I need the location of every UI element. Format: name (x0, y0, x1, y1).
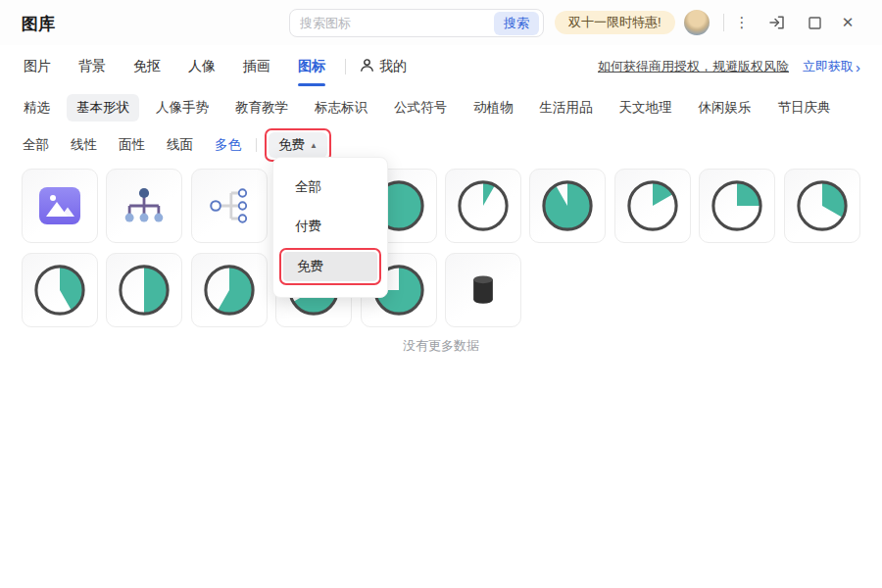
filter-线面[interactable]: 线面 (160, 132, 200, 158)
icon-card[interactable] (445, 253, 521, 327)
icon-card[interactable] (614, 169, 691, 243)
price-filter-label: 免费 (278, 136, 305, 154)
dropdown-item-免费[interactable]: 免费 (283, 252, 377, 281)
category-教育教学[interactable]: 教育教学 (225, 94, 298, 122)
category-人像手势[interactable]: 人像手势 (146, 94, 219, 122)
nav-tab-图标[interactable]: 图标 (296, 54, 327, 79)
pie-chart-icon (796, 179, 849, 232)
nav-tab-人像[interactable]: 人像 (186, 54, 218, 79)
icon-card[interactable] (529, 169, 606, 243)
pie-chart-icon (33, 264, 86, 317)
icon-card[interactable] (22, 253, 98, 327)
category-生活用品[interactable]: 生活用品 (530, 94, 603, 122)
nav-row: 图片背景免抠人像插画图标 我的 如何获得商用授权，规避版权风险 立即获取 › (0, 45, 882, 88)
icon-card[interactable] (191, 169, 268, 243)
category-公式符号[interactable]: 公式符号 (384, 94, 457, 122)
icon-card[interactable] (191, 253, 268, 327)
sign-in-icon[interactable] (764, 10, 790, 35)
category-休闲娱乐[interactable]: 休闲娱乐 (689, 94, 761, 122)
chevron-right-icon: › (856, 60, 860, 74)
category-节日庆典[interactable]: 节日庆典 (768, 94, 841, 122)
category-动植物[interactable]: 动植物 (464, 94, 523, 122)
pie-chart-icon (203, 264, 256, 317)
filter-线性[interactable]: 线性 (64, 132, 104, 158)
icon-card[interactable] (22, 169, 98, 243)
mind-map-icon (204, 180, 255, 231)
kebab-menu-icon[interactable]: ⋮ (729, 10, 755, 35)
person-icon (360, 58, 374, 75)
image-picture-icon (38, 186, 81, 225)
search-input[interactable] (290, 16, 494, 30)
pie-chart-icon (118, 264, 171, 317)
annotation-box-dropdown-selected: 免费 (279, 248, 381, 285)
tab-my[interactable]: 我的 (360, 58, 407, 75)
titlebar: 图库 搜索 双十一限时特惠! ⋮ ✕ (0, 0, 882, 45)
category-天文地理[interactable]: 天文地理 (610, 94, 682, 122)
close-icon[interactable]: ✕ (835, 10, 860, 35)
category-标志标识[interactable]: 标志标识 (305, 94, 377, 122)
nav-tab-免抠[interactable]: 免抠 (131, 54, 163, 79)
titlebar-divider (723, 14, 724, 31)
icon-grid (22, 169, 860, 327)
nav-divider (345, 59, 346, 74)
license-link[interactable]: 如何获得商用授权，规避版权风险 (598, 58, 789, 75)
gallery-window: 图库 搜索 双十一限时特惠! ⋮ ✕ 图片背景免抠人像插画图标 (0, 0, 882, 588)
nav-tab-图片[interactable]: 图片 (22, 54, 53, 79)
caret-up-icon: ▲ (310, 141, 318, 150)
icon-card[interactable] (784, 169, 860, 243)
nav-tab-插画[interactable]: 插画 (241, 54, 272, 79)
icon-card[interactable] (445, 169, 521, 243)
no-more-data-text: 没有更多数据 (0, 337, 882, 355)
org-chart-icon (119, 180, 170, 231)
filter-divider (256, 138, 257, 152)
category-基本形状[interactable]: 基本形状 (67, 94, 139, 122)
pie-chart-icon (710, 179, 763, 232)
filter-全部[interactable]: 全部 (16, 132, 56, 158)
nav-tab-背景[interactable]: 背景 (76, 54, 108, 79)
maximize-icon[interactable] (802, 10, 827, 35)
nav-right: 如何获得商用授权，规避版权风险 立即获取 › (598, 58, 860, 75)
price-dropdown-menu: 全部付费免费 (272, 157, 388, 298)
pie-chart-icon (541, 179, 594, 232)
promo-badge[interactable]: 双十一限时特惠! (555, 11, 675, 34)
filter-面性[interactable]: 面性 (112, 132, 152, 158)
get-now-label: 立即获取 (803, 58, 854, 75)
filter-多色[interactable]: 多色 (208, 132, 248, 158)
nav-tabs: 图片背景免抠人像插画图标 (22, 54, 327, 79)
price-filter-button[interactable]: 免费 ▲ (269, 132, 327, 158)
pie-chart-icon (457, 179, 510, 232)
dropdown-item-付费[interactable]: 付费 (273, 207, 387, 246)
style-filters: 全部线性面性线面多色 (16, 132, 248, 158)
tab-my-label: 我的 (379, 58, 407, 75)
cylinder-database-icon (461, 268, 506, 313)
page-title: 图库 (22, 13, 55, 35)
icon-card[interactable] (699, 169, 775, 243)
dropdown-item-全部[interactable]: 全部 (273, 168, 387, 207)
get-now-link[interactable]: 立即获取 › (803, 58, 860, 75)
icon-card[interactable] (106, 253, 182, 327)
avatar[interactable] (684, 10, 710, 35)
search-button[interactable]: 搜索 (494, 12, 539, 35)
pie-chart-icon (626, 179, 679, 232)
icon-card[interactable] (106, 169, 182, 243)
category-精选[interactable]: 精选 (14, 94, 60, 122)
category-tabs: 精选基本形状人像手势教育教学标志标识公式符号动植物生活用品天文地理休闲娱乐节日庆… (14, 94, 868, 122)
search-box: 搜索 (289, 9, 544, 37)
